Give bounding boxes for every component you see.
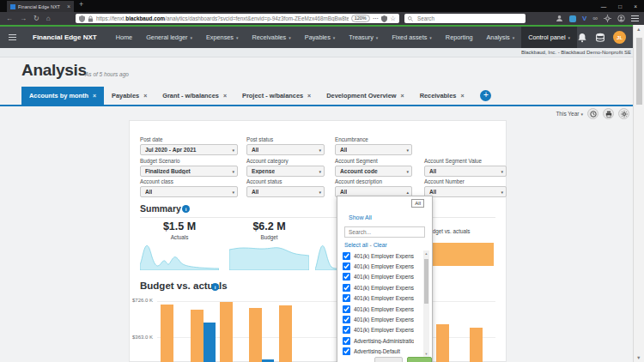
- browser-search[interactable]: [404, 14, 526, 23]
- refresh-time-button[interactable]: [587, 108, 598, 119]
- tab-close-icon[interactable]: ×: [67, 3, 70, 9]
- dropdown-option-401-k-employer-expense-devel[interactable]: 401(k) Employer Expense-Devel: [341, 282, 414, 293]
- tab-grant-w-balances[interactable]: Grant - w/balances×: [155, 87, 234, 105]
- database-icon[interactable]: [595, 33, 605, 43]
- user-avatar[interactable]: JL: [613, 31, 626, 44]
- scrollbar-down-icon[interactable]: ▼: [636, 355, 641, 360]
- window-maximize-button[interactable]: □: [618, 3, 622, 9]
- scrollbar-up-icon[interactable]: ▲: [636, 27, 641, 32]
- period-selector[interactable]: This Year▾: [556, 111, 583, 117]
- dropdown-option-401-k-employer-expense-finan[interactable]: 401(k) Employer Expense-Finan: [341, 293, 414, 304]
- back-icon[interactable]: ←: [6, 15, 13, 22]
- app-menu-icon[interactable]: [9, 33, 16, 42]
- filter-select-account-segment-value[interactable]: All▾: [424, 166, 507, 177]
- clear-link[interactable]: Clear: [374, 242, 387, 248]
- selected-value-chip[interactable]: All: [411, 199, 424, 208]
- filter-select-account-status[interactable]: All▾: [246, 186, 325, 197]
- dropdown-cancel-button[interactable]: [374, 357, 403, 362]
- pocket-shield-icon[interactable]: [381, 15, 387, 22]
- option-checkbox[interactable]: [343, 305, 350, 313]
- settings-gear-button[interactable]: [618, 108, 629, 119]
- info-icon[interactable]: i: [211, 283, 219, 291]
- forward-icon[interactable]: →: [20, 15, 27, 22]
- show-all-link[interactable]: Show All: [349, 214, 372, 220]
- budget-bar[interactable]: [279, 305, 292, 362]
- dropdown-option-401-k-employer-expense-admi[interactable]: 401(k) Employer Expense-Admi: [341, 250, 414, 261]
- new-tab-button[interactable]: +: [79, 0, 83, 9]
- budget-bar[interactable]: [470, 328, 483, 362]
- tab-close-icon[interactable]: ×: [223, 93, 227, 99]
- page-scrollbar[interactable]: ▲ ▼: [633, 25, 644, 362]
- tab-close-icon[interactable]: ×: [143, 93, 147, 99]
- tab-project-w-balances[interactable]: Project - w/balances×: [234, 87, 319, 105]
- search-input[interactable]: [416, 15, 522, 22]
- tab-close-icon[interactable]: ×: [460, 93, 464, 99]
- nav-item-analysis[interactable]: Analysis▾: [480, 27, 522, 48]
- filter-select-account-category[interactable]: Expense▾: [246, 166, 325, 177]
- shield-icon[interactable]: [79, 15, 85, 22]
- container-tab-icon[interactable]: [569, 15, 576, 22]
- budget-bar[interactable]: [191, 310, 204, 362]
- zoom-level-badge[interactable]: 120%: [351, 15, 370, 22]
- app-brand[interactable]: Financial Edge NXT: [33, 33, 97, 41]
- budget-bar[interactable]: [220, 302, 233, 362]
- tab-payables[interactable]: Payables×: [104, 87, 155, 105]
- menu-icon[interactable]: [631, 14, 639, 23]
- reload-icon[interactable]: ↻: [33, 15, 39, 22]
- dropdown-apply-button[interactable]: [407, 357, 432, 362]
- option-checkbox[interactable]: [343, 294, 350, 302]
- gear-icon[interactable]: [604, 15, 611, 22]
- filter-select-account-segment[interactable]: Account code▾: [335, 166, 412, 177]
- select-all-link[interactable]: Select all: [344, 242, 368, 248]
- nav-item-receivables[interactable]: Receivables▾: [246, 27, 298, 48]
- nav-item-fixed-assets[interactable]: Fixed assets▾: [385, 27, 438, 48]
- nav-item-reporting[interactable]: Reporting: [439, 27, 480, 48]
- home-icon[interactable]: ⌂: [46, 15, 51, 22]
- add-tab-button[interactable]: +: [480, 90, 491, 101]
- nav-item-expenses[interactable]: Expenses▾: [199, 27, 246, 48]
- option-checkbox[interactable]: [343, 316, 350, 323]
- bookmark-star-icon[interactable]: ☆: [390, 15, 396, 22]
- print-button[interactable]: [603, 108, 614, 119]
- dropdown-option-401-k-employer-expense-missi[interactable]: 401(k) Employer Expense-Missi: [341, 304, 414, 314]
- window-minimize-button[interactable]: —: [601, 3, 607, 9]
- budget-bar[interactable]: [161, 305, 173, 362]
- option-checkbox[interactable]: [343, 326, 350, 334]
- dropdown-scrollbar[interactable]: ▴ ▾: [423, 250, 429, 358]
- budget-bar[interactable]: [249, 308, 262, 362]
- option-checkbox[interactable]: [343, 252, 350, 260]
- dropdown-option-401-k-employer-expense-techn[interactable]: 401(k) Employer Expense-Techn: [341, 325, 414, 335]
- account-circle-icon[interactable]: [617, 15, 625, 22]
- scroll-up-icon[interactable]: ▴: [425, 250, 427, 257]
- option-checkbox[interactable]: [343, 337, 350, 345]
- tab-close-icon[interactable]: ×: [401, 93, 404, 99]
- nav-item-general-ledger[interactable]: General ledger▾: [139, 27, 199, 48]
- scroll-thumb[interactable]: [424, 259, 428, 304]
- nav-item-treasury[interactable]: Treasury▾: [342, 27, 385, 48]
- profile-icon[interactable]: [556, 15, 563, 22]
- option-checkbox[interactable]: [343, 284, 350, 292]
- nav-item-control-panel[interactable]: Control panel▾: [521, 27, 577, 48]
- nav-item-payables[interactable]: Payables▾: [298, 27, 343, 48]
- dropdown-option-advertising-default[interactable]: Advertising-Default: [341, 347, 414, 357]
- dropdown-option-401-k-employer-expense-buildi[interactable]: 401(k) Employer Expense-Buildi: [341, 261, 414, 271]
- filter-select-budget-scenario[interactable]: Finalized Budget▾: [140, 166, 238, 177]
- dropdown-search-input[interactable]: [344, 226, 425, 238]
- dropdown-option-401-k-employer-expense-progr[interactable]: 401(k) Employer Expense-Progr: [341, 314, 414, 324]
- browser-tab[interactable]: Financial Edge NXT ×: [7, 1, 74, 12]
- budget-bar[interactable]: [436, 324, 449, 362]
- tab-accounts-by-month[interactable]: Accounts by month×: [21, 87, 104, 105]
- nav-item-home[interactable]: Home: [109, 27, 139, 48]
- page-actions-icon[interactable]: ⋯: [373, 15, 380, 22]
- tab-receivables[interactable]: Receivables×: [412, 87, 472, 105]
- filter-select-account-class[interactable]: All▾: [140, 186, 238, 197]
- tab-close-icon[interactable]: ×: [93, 93, 96, 99]
- tab-development-overview[interactable]: Development Overview×: [319, 87, 411, 105]
- option-checkbox[interactable]: [343, 262, 350, 270]
- actuals-bar[interactable]: [204, 323, 216, 362]
- url-text[interactable]: https://fenxt.blackbaud.com/analytics/da…: [96, 15, 349, 21]
- tab-close-icon[interactable]: ×: [307, 93, 311, 99]
- url-bar[interactable]: https://fenxt.blackbaud.com/analytics/da…: [76, 14, 399, 23]
- filter-select-post-status[interactable]: All▾: [246, 144, 325, 155]
- notifications-bell-icon[interactable]: [577, 33, 587, 43]
